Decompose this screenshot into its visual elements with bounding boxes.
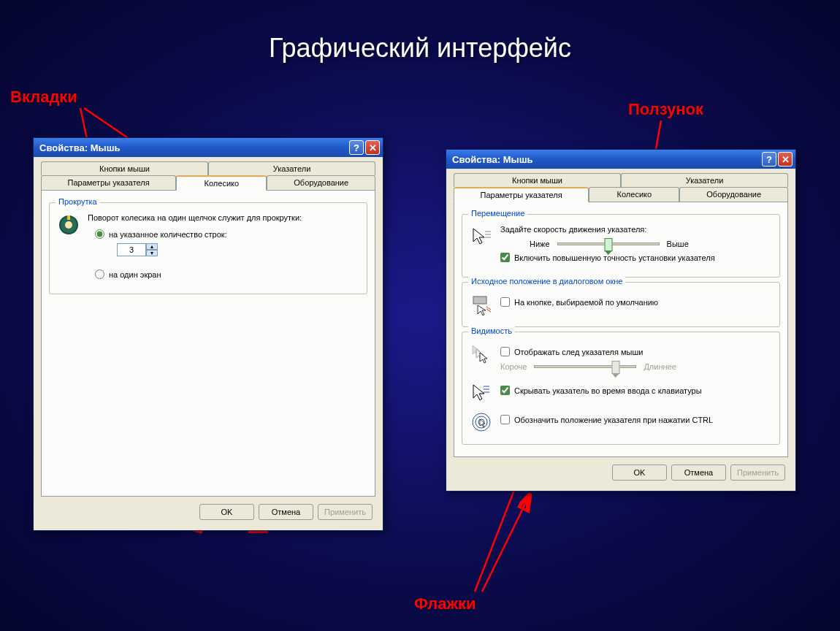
scroll-desc: Поворот колесика на один щелчок служит д… (88, 213, 359, 222)
tab-pointer-options[interactable]: Параметры указателя (41, 175, 176, 190)
speed-slider[interactable] (557, 242, 660, 245)
wheel-icon (57, 213, 80, 237)
tab-wheel[interactable]: Колесико (589, 187, 679, 202)
groupbox-title: Исходное положение в диалоговом окне (468, 277, 625, 286)
spinner-down[interactable]: ▼ (146, 250, 158, 256)
check-snap-label: На кнопке, выбираемой по умолчанию (514, 298, 658, 307)
svg-line-9 (482, 497, 529, 592)
lines-spinner-input[interactable] (117, 243, 146, 256)
close-button[interactable]: ✕ (365, 140, 380, 155)
svg-rect-16 (473, 297, 486, 304)
radio-screen-label: на один экран (109, 270, 161, 279)
cancel-button[interactable]: Отмена (259, 504, 313, 520)
groupbox-title: Перемещение (468, 209, 527, 218)
groupbox-visibility: Видимость Отображать след указателя мыши (462, 332, 780, 445)
titlebar[interactable]: Свойства: Мышь ? ✕ (446, 150, 795, 169)
slider-thumb (611, 361, 619, 374)
tab-pointers[interactable]: Указатели (208, 161, 375, 175)
groupbox-scroll: Прокрутка Поворот колесика на один щелчо… (49, 202, 367, 294)
tab-pointer-options[interactable]: Параметры указателя (454, 187, 589, 202)
check-hide[interactable] (500, 386, 510, 395)
check-trail[interactable] (500, 347, 510, 356)
check-precision[interactable] (500, 253, 510, 262)
help-button[interactable]: ? (762, 152, 776, 167)
groupbox-title: Видимость (468, 326, 515, 335)
groupbox-title: Прокрутка (56, 197, 100, 206)
apply-button[interactable]: Применить (318, 504, 373, 520)
tab-buttons[interactable]: Кнопки мыши (454, 173, 621, 187)
groupbox-motion: Перемещение Задайте скорость движения ук… (462, 214, 780, 278)
tab-pointers[interactable]: Указатели (621, 173, 788, 187)
check-snap[interactable] (500, 297, 510, 307)
radio-lines-label: на указанное количество строк: (109, 230, 227, 239)
window-title: Свойства: Мышь (37, 142, 348, 153)
annotation-slider: Ползунок (628, 100, 703, 119)
tab-wheel[interactable]: Колесико (176, 175, 267, 191)
tab-buttons[interactable]: Кнопки мыши (41, 161, 208, 175)
help-button[interactable]: ? (349, 140, 364, 155)
annotation-tabs: Вкладки (10, 88, 77, 107)
slider-high-label: Выше (667, 240, 689, 248)
radio-lines[interactable] (95, 229, 104, 239)
svg-point-11 (65, 221, 72, 229)
slider-low-label: Ниже (530, 240, 550, 248)
titlebar[interactable]: Свойства: Мышь ? ✕ (34, 138, 383, 157)
check-precision-label: Включить повышенную точность установки у… (514, 253, 715, 262)
close-button[interactable]: ✕ (778, 152, 793, 167)
trail-short-label: Короче (500, 362, 527, 371)
window-title: Свойства: Мышь (449, 154, 760, 165)
hide-icon (470, 381, 493, 405)
dialog-mouse-pointer-options: Свойства: Мышь ? ✕ Кнопки мыши Указатели… (446, 149, 796, 492)
motion-desc: Задайте скорость движения указателя: (500, 225, 772, 234)
slide-title: Графический интерфейс (0, 0, 840, 64)
trail-icon (470, 343, 493, 366)
tab-hardware[interactable]: Оборудование (679, 187, 788, 202)
check-ctrl[interactable] (500, 415, 510, 424)
cursor-speed-icon (470, 225, 493, 248)
trail-slider (534, 365, 636, 368)
annotation-checkboxes: Флажки (414, 594, 476, 613)
trail-long-label: Длиннее (644, 362, 676, 371)
dialog-mouse-wheel: Свойства: Мышь ? ✕ Кнопки мыши Указатели… (33, 137, 383, 531)
check-ctrl-label: Обозначить положение указателя при нажат… (514, 416, 713, 424)
slider-thumb[interactable] (604, 238, 612, 251)
snap-icon (470, 293, 493, 316)
svg-rect-12 (67, 215, 70, 220)
ctrl-icon (470, 410, 493, 434)
ok-button[interactable]: OK (199, 504, 254, 520)
apply-button[interactable]: Применить (730, 464, 785, 481)
tab-hardware[interactable]: Оборудование (267, 175, 375, 190)
radio-screen[interactable] (95, 269, 104, 279)
check-trail-label: Отображать след указателя мыши (514, 348, 643, 356)
spinner-up[interactable]: ▲ (146, 243, 158, 250)
cancel-button[interactable]: Отмена (671, 464, 726, 481)
groupbox-snap: Исходное положение в диалоговом окне На … (462, 282, 780, 327)
ok-button[interactable]: OK (612, 464, 667, 481)
check-hide-label: Скрывать указатель во время ввода с клав… (514, 386, 702, 395)
